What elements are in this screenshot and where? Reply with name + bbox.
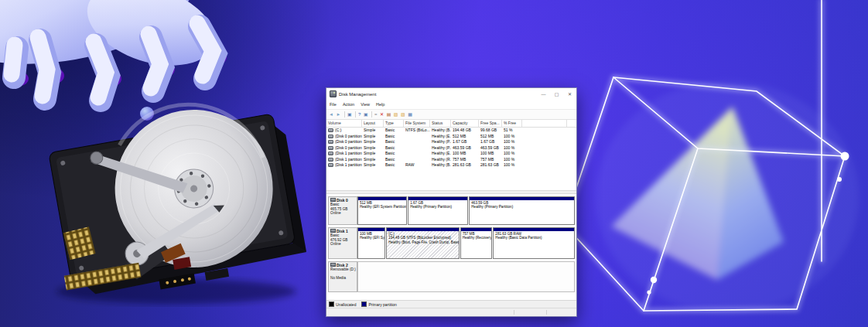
explore-folder-icon[interactable]: ▨ xyxy=(401,112,405,117)
volume-cell: 281.63 GB xyxy=(479,162,502,169)
volume-icon xyxy=(328,128,333,132)
partition-text: 281.63 GB RAWHealthy (Basic Data Partiti… xyxy=(494,231,574,258)
disk-icon xyxy=(330,229,336,233)
disk-row-disk-1: Disk 1Basic476.92 GBOnline100 MBHealthy … xyxy=(328,227,575,259)
open-folder-icon[interactable]: ▨ xyxy=(394,112,398,117)
partition-text: 100 MBHealthy (EFI Sy... xyxy=(358,231,384,258)
toolbar-separator xyxy=(371,111,372,118)
disk-info-line: Removable (D:) xyxy=(330,267,355,272)
volume-cell: 512 MB xyxy=(451,134,479,140)
disk-row-disk-2: Disk 2Removable (D:) No Media xyxy=(328,261,575,292)
partition-text: 1.67 GBHealthy (Primary Partition) xyxy=(408,200,467,224)
menu-action[interactable]: Action xyxy=(343,102,354,107)
volume-cell: 100 MB xyxy=(451,151,479,157)
column-header-type[interactable]: Type xyxy=(384,120,404,127)
volume-cell: 100 % xyxy=(502,151,522,157)
maximize-button[interactable]: ▢ xyxy=(550,88,563,100)
title-bar[interactable]: Disk Management —▢✕ xyxy=(326,88,576,100)
volume-row[interactable]: (Disk 0 partition 3)SimpleBasicHealthy (… xyxy=(326,145,576,152)
volume-row[interactable]: (C:)SimpleBasicNTFS (BitLo...Healthy (B.… xyxy=(326,128,576,134)
volume-cell: 99.68 GB xyxy=(479,128,502,134)
disk-label[interactable]: Disk 1Basic476.92 GBOnline xyxy=(328,227,357,259)
partition-box[interactable]: (C:)194.48 GB NTFS (BitLocker Encrypted)… xyxy=(386,227,460,259)
volume-cell: 281.63 GB xyxy=(451,162,479,169)
volume-row[interactable]: (Disk 0 partition 1)SimpleBasicHealthy (… xyxy=(326,134,576,140)
legend-label: Primary partition xyxy=(368,302,396,307)
volume-cell: 100 % xyxy=(502,157,522,163)
delete-volume-icon[interactable]: ✕ xyxy=(380,112,384,117)
volume-cell: (Disk 0 partition 1) xyxy=(326,134,362,140)
menu-view[interactable]: View xyxy=(361,102,370,107)
menu-help[interactable]: Help xyxy=(376,102,384,107)
volume-cell xyxy=(404,139,430,145)
menu-bar: FileActionViewHelp xyxy=(326,100,576,110)
volume-cell: Simple xyxy=(362,162,384,169)
hard-disk-drive-photo xyxy=(37,97,308,309)
volume-cell: 100 MB xyxy=(479,151,502,157)
column-header-free-spa-[interactable]: Free Spa... xyxy=(479,120,502,127)
properties-icon[interactable]: ▣ xyxy=(364,112,368,117)
window-controls: —▢✕ xyxy=(537,88,576,100)
partition-line: Healthy (Primary Partition) xyxy=(471,205,572,209)
volume-cell: 463.59 GB xyxy=(479,145,502,152)
volume-list-rows: (C:)SimpleBasicNTFS (BitLo...Healthy (B.… xyxy=(326,128,576,169)
partition-box[interactable]: 512 MBHealthy (EFI System Partition) xyxy=(357,196,407,225)
column-header--free[interactable]: % Free xyxy=(502,120,522,127)
volume-cell xyxy=(404,151,430,157)
volume-cell: (Disk 1 partition 4) xyxy=(326,157,362,163)
partition-box[interactable]: 1.67 GBHealthy (Primary Partition) xyxy=(408,196,468,225)
volume-row[interactable]: (Disk 1 partition 4)SimpleBasicHealthy (… xyxy=(326,157,576,163)
volume-cell: Basic xyxy=(384,162,404,169)
menu-file[interactable]: File xyxy=(330,102,337,107)
statusbar-separator xyxy=(546,310,547,315)
column-header-volume[interactable]: Volume xyxy=(326,120,362,127)
mark-partition-icon[interactable]: ▤ xyxy=(387,112,391,117)
disk-label[interactable]: Disk 0Basic465.75 GBOnline xyxy=(328,196,357,225)
volume-row[interactable]: (Disk 1 partition 1)SimpleBasicHealthy (… xyxy=(326,151,576,157)
partitions: 512 MBHealthy (EFI System Partition)1.67… xyxy=(357,196,575,225)
volume-row[interactable]: (Disk 0 partition 2)SimpleBasicHealthy (… xyxy=(326,139,576,145)
volume-cell: 1.67 GB xyxy=(451,139,479,145)
minimize-button[interactable]: — xyxy=(537,88,550,100)
volume-cell: Healthy (B... xyxy=(430,162,451,169)
volume-cell: Simple xyxy=(362,151,384,157)
partition-line: Healthy (Recovery Parti xyxy=(463,236,490,240)
partition-text: 463.59 GBHealthy (Primary Partition) xyxy=(470,200,574,224)
column-header-layout[interactable]: Layout xyxy=(362,120,384,127)
disk-label[interactable]: Disk 2Removable (D:) No Media xyxy=(328,261,357,292)
volume-cell: Simple xyxy=(362,134,384,140)
forward-icon[interactable]: ► xyxy=(336,112,340,117)
volume-row[interactable]: (Disk 1 partition 5)SimpleBasicRAWHealth… xyxy=(326,162,576,169)
volume-cell: 100 % xyxy=(502,145,522,152)
volume-cell: RAW xyxy=(404,162,430,169)
console-tree-icon[interactable]: ▣ xyxy=(347,112,352,117)
back-icon[interactable]: ◄ xyxy=(329,112,333,117)
volume-cell: (Disk 0 partition 2) xyxy=(326,139,362,145)
hero-banner: Disk Management —▢✕ FileActionViewHelp ◄… xyxy=(0,0,868,327)
status-bar xyxy=(326,308,576,316)
disk-info-line: Online xyxy=(330,211,355,216)
column-header-capacity[interactable]: Capacity xyxy=(451,120,479,127)
volume-cell: 512 MB xyxy=(479,134,502,140)
volume-cell: Simple xyxy=(362,128,384,134)
volume-cell: Healthy (E... xyxy=(430,134,451,140)
close-button[interactable]: ✕ xyxy=(563,88,576,100)
volume-icon xyxy=(328,135,333,138)
change-drive-letter-icon[interactable]: = xyxy=(374,112,378,117)
column-header-file-system[interactable]: File System xyxy=(404,120,430,127)
legend-swatch xyxy=(329,301,334,307)
views-icon[interactable]: ▦ xyxy=(408,112,412,117)
partition-box[interactable]: 463.59 GBHealthy (Primary Partition) xyxy=(469,196,575,225)
column-header-status[interactable]: Status xyxy=(430,120,451,127)
toolbar-separator xyxy=(344,111,345,118)
partition-box[interactable]: 100 MBHealthy (EFI Sy... xyxy=(357,227,385,259)
volume-cell: 194.48 GB xyxy=(451,128,479,134)
volume-cell: 100 % xyxy=(502,139,522,145)
help-icon[interactable]: ? xyxy=(358,112,361,117)
volume-cell: Healthy (E... xyxy=(430,151,451,157)
partition-box[interactable]: 281.63 GB RAWHealthy (Basic Data Partiti… xyxy=(493,227,575,259)
disk-management-app-icon xyxy=(330,90,337,97)
graphical-view: Disk 0Basic465.75 GBOnline512 MBHealthy … xyxy=(326,194,576,300)
disk-info-line: Online xyxy=(330,242,355,247)
partition-box[interactable]: 757 MBHealthy (Recovery Parti xyxy=(460,227,493,259)
